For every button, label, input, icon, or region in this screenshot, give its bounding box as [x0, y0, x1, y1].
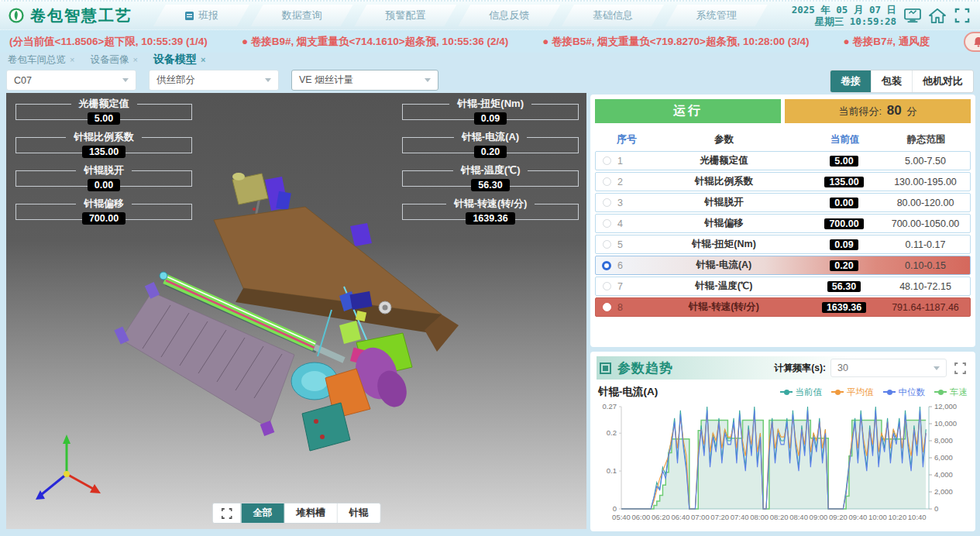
datetime-display: 2025 年 05 月 07 日 星期三 10:59:28	[792, 4, 896, 27]
parameter-table-card: 运行 当前得分: 80 分 序号 参数 当前值 静态范围 1光栅额定值5.005…	[590, 94, 975, 347]
param-box: 针辊-温度(℃) 56.30	[402, 163, 579, 187]
row-current-value: 0.20	[830, 260, 858, 271]
table-row[interactable]: 4针辊偏移700.00700.00-1050.00	[595, 214, 971, 233]
report-icon	[184, 11, 194, 21]
svg-text:2,000: 2,000	[934, 487, 953, 496]
row-radio[interactable]	[603, 219, 611, 228]
monitor-icon[interactable]	[904, 8, 921, 23]
freq-select-value: 30	[837, 362, 848, 373]
param-value: 1639.36	[466, 212, 514, 225]
svg-text:12,000: 12,000	[934, 402, 957, 411]
param-value: 0.00	[88, 179, 120, 191]
home-icon[interactable]	[929, 8, 946, 23]
nav-tab-feedback[interactable]: 信息反馈	[458, 5, 560, 26]
row-index: 7	[617, 281, 641, 292]
legend-current[interactable]: 当前值	[780, 387, 823, 398]
table-row[interactable]: 2针辊比例系数135.00130.00-195.00	[595, 172, 971, 191]
nav-tab-base-info[interactable]: 基础信息	[562, 5, 664, 26]
breadcrumb-device-model[interactable]: 设备模型 ×	[153, 53, 205, 67]
row-current-value: 56.30	[827, 281, 861, 292]
close-icon[interactable]: ×	[132, 55, 137, 64]
overlay-params-right: 针辊-扭矩(Nm) 0.09 针辊-电流(A) 0.20 针辊-温度(℃) 56…	[402, 97, 579, 230]
viewer-fullscreen-button[interactable]	[212, 508, 240, 519]
table-row[interactable]: 1光栅额定值5.005.00-7.50	[595, 151, 971, 170]
status-row: 运行 当前得分: 80 分	[595, 99, 971, 123]
svg-text:0.1: 0.1	[607, 466, 617, 475]
breadcrumb-label: 设备模型	[153, 53, 197, 67]
time-text: 星期三 10:59:28	[792, 15, 896, 27]
svg-text:09:40: 09:40	[848, 513, 867, 521]
viewer-filter-pin-roller[interactable]: 针辊	[337, 503, 380, 523]
fullscreen-icon[interactable]	[954, 8, 971, 23]
legend-label: 当前值	[796, 387, 823, 398]
svg-text:06:20: 06:20	[652, 513, 670, 521]
row-radio[interactable]	[603, 156, 611, 165]
row-current-value: 0.09	[830, 239, 858, 250]
nav-tab-system-admin[interactable]: 系统管理	[665, 5, 768, 26]
nav-tab-alert-config[interactable]: 预警配置	[354, 5, 456, 26]
table-row-alarm[interactable]: 8针辊-转速(转/分)1639.36791.64-1187.46	[595, 297, 971, 317]
row-index: 6	[617, 260, 641, 271]
trend-chart[interactable]: 00.10.20.2702,0004,0006,0008,00010,00012…	[597, 400, 969, 526]
tab-packing[interactable]: 包装	[871, 70, 912, 92]
row-radio[interactable]	[603, 240, 611, 249]
unit-select-value: VE 烟丝计量	[299, 74, 353, 87]
row-range: 80.00-120.00	[881, 198, 970, 208]
row-range: 700.00-1050.00	[881, 218, 970, 229]
param-label: 光栅额定值	[71, 97, 137, 111]
col-header-parameter: 参数	[640, 133, 808, 146]
nav-label: 基础信息	[593, 9, 633, 22]
nav-tab-shift-report[interactable]: 班报	[153, 5, 249, 26]
viewer-filter-stacker[interactable]: 堆料槽	[284, 503, 337, 523]
table-row[interactable]: 3针辊脱开0.0080.00-120.00	[595, 193, 971, 212]
breadcrumb-workshop-overview[interactable]: 卷包车间总览 ×	[8, 53, 74, 67]
param-label: 针辊-温度(℃)	[453, 163, 528, 177]
close-icon[interactable]: ×	[70, 55, 74, 64]
freq-select[interactable]: 30	[830, 359, 947, 377]
unit-select[interactable]: VE 烟丝计量	[291, 70, 438, 91]
row-radio[interactable]	[603, 303, 611, 311]
tab-machine-compare[interactable]: 他机对比	[912, 70, 973, 92]
svg-text:08:00: 08:00	[750, 513, 769, 521]
row-radio[interactable]	[603, 282, 611, 290]
svg-text:0: 0	[934, 504, 938, 513]
row-index: 2	[617, 177, 641, 187]
legend-label: 中位数	[899, 387, 926, 398]
svg-text:05:40: 05:40	[612, 513, 631, 521]
nav-tab-data-query[interactable]: 数据查询	[251, 5, 353, 26]
legend-speed[interactable]: 车速	[934, 387, 968, 398]
date-text: 2025 年 05 月 07 日	[792, 4, 896, 15]
row-radio[interactable]	[603, 198, 611, 207]
close-icon[interactable]: ×	[201, 55, 205, 64]
nav-label: 预警配置	[385, 9, 425, 22]
svg-text:07:00: 07:00	[691, 513, 710, 521]
param-box: 光栅额定值 5.00	[15, 97, 192, 120]
model-viewport[interactable]: 光栅额定值 5.00 针辊比例系数 135.00 针辊脱开 0.00 针辊偏移 …	[6, 93, 586, 529]
row-radio-selected[interactable]	[602, 261, 611, 270]
nav-label: 信息反馈	[489, 9, 529, 22]
trend-title: 参数趋势	[617, 359, 673, 377]
freq-label: 计算频率(s):	[774, 362, 826, 375]
legend-average[interactable]: 平均值	[831, 387, 874, 398]
viewer-filter-all[interactable]: 全部	[240, 503, 284, 523]
breadcrumb-device-profile[interactable]: 设备画像 ×	[90, 53, 137, 67]
legend-label: 车速	[950, 387, 968, 398]
param-label: 针辊-扭矩(Nm)	[449, 97, 531, 111]
section-select[interactable]: 供丝部分	[149, 70, 279, 91]
table-row-selected[interactable]: 6针辊-电流(A)0.200.10-0.15	[595, 256, 971, 275]
app-header: 卷包智慧工艺 班报 数据查询 预警配置 信息反馈 基础信息 系统管理 2025 …	[0, 0, 980, 29]
param-label: 针辊脱开	[76, 163, 132, 177]
table-row[interactable]: 5针辊-扭矩(Nm)0.090.11-0.17	[595, 235, 971, 254]
tab-rolling[interactable]: 卷接	[830, 70, 871, 92]
legend-median[interactable]: 中位数	[883, 387, 926, 398]
row-range: 5.00-7.50	[881, 156, 970, 167]
chart-fullscreen-icon[interactable]	[954, 362, 966, 374]
breadcrumb-label: 设备画像	[90, 53, 129, 67]
svg-text:0: 0	[613, 504, 617, 513]
param-value: 0.20	[474, 146, 507, 158]
row-radio[interactable]	[603, 177, 611, 186]
alert-records-button[interactable]: 预警记录	[964, 32, 980, 52]
table-row[interactable]: 7针辊-温度(℃)56.3048.10-72.15	[595, 277, 971, 296]
machine-select[interactable]: C07	[6, 70, 136, 91]
svg-text:08:20: 08:20	[770, 513, 789, 521]
